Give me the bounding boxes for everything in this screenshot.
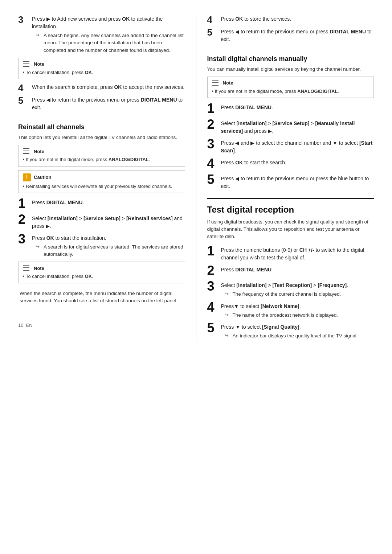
step-4-test-text: Press▼ to select [Network Name]. bbox=[221, 303, 374, 310]
step-1-reinstall: 1 Press DIGITAL MENU. bbox=[18, 197, 185, 210]
step-5-right-text: Press ◀ to return to the previous menu o… bbox=[221, 28, 374, 43]
step-2-test-text: Press DIGITAL MENU bbox=[221, 266, 374, 274]
note-lines-icon-1 bbox=[23, 61, 29, 67]
note-header-3: Note bbox=[23, 265, 180, 271]
step-2-digital-text: Select [Installation] > [Service Setup] … bbox=[221, 120, 374, 135]
note-line-2c bbox=[23, 153, 29, 154]
note-label-1: Note bbox=[34, 61, 44, 67]
note-line-1 bbox=[23, 61, 29, 62]
step-4-digital-content: Press OK to start the search. bbox=[221, 157, 374, 167]
step-4-test: 4 Press▼ to select [Network Name]. ↪ The… bbox=[207, 300, 374, 319]
step-3-sub: ↪ A search begins. Any new channels are … bbox=[32, 32, 185, 54]
note-line-2 bbox=[23, 63, 29, 64]
step-3-top-text: Press ▶ to Add new services and press OK… bbox=[32, 15, 185, 30]
step-4-top: 4 When the search is complete, press OK … bbox=[18, 83, 185, 93]
note-lines-icon-2 bbox=[23, 148, 29, 155]
step-5-top-text: Press ◀ to return to the previous menu o… bbox=[32, 96, 185, 111]
step-5-test-sub-text: An indicator bar displays the quality le… bbox=[233, 332, 374, 340]
caution-content-1: • Reinstalling services will overwrite a… bbox=[23, 183, 180, 190]
step-num-3-top: 3 bbox=[18, 15, 32, 25]
note-box-2: Note • If you are not in the digital mod… bbox=[18, 145, 185, 167]
note-content-1: • To cancel installation, press OK. bbox=[23, 69, 180, 76]
step-3-reinstall: 3 Press OK to start the installation. ↪ … bbox=[18, 232, 185, 258]
step-3-top: 3 Press ▶ to Add new services and press … bbox=[18, 15, 185, 54]
step-3-top-content: Press ▶ to Add new services and press OK… bbox=[32, 15, 185, 54]
step-4-test-content: Press▼ to select [Network Name]. ↪ The n… bbox=[221, 300, 374, 319]
note-para-4: When the search is complete, the menu in… bbox=[18, 287, 185, 312]
step-5-top: 5 Press ◀ to return to the previous menu… bbox=[18, 95, 185, 111]
step-3-test-sub: ↪ The frequency of the current channel i… bbox=[221, 291, 374, 298]
step-1-digital: 1 Press DIGITAL MENU. bbox=[207, 102, 374, 115]
step-num-5-right: 5 bbox=[207, 27, 221, 38]
step-2-digital: 2 Select [Installation] > [Service Setup… bbox=[207, 118, 374, 135]
step-3-sub-text: A search begins. Any new channels are ad… bbox=[44, 32, 185, 54]
arrow-icon-3t: ↪ bbox=[225, 291, 233, 298]
note-header-digital: Note bbox=[212, 80, 369, 86]
step-3-test-sub-text: The frequency of the current channel is … bbox=[233, 291, 374, 298]
note-line-2a bbox=[23, 148, 29, 149]
step-5-test-content: Press ▼ to select [Signal Quality]. ↪ An… bbox=[221, 321, 374, 340]
step-1-test-content: Press the numeric buttons (0-9) or CH +/… bbox=[221, 244, 374, 262]
step-3-ok: OK bbox=[122, 16, 130, 22]
left-column: 3 Press ▶ to Add new services and press … bbox=[18, 15, 196, 342]
page-lang-text: EN bbox=[26, 323, 33, 328]
install-digital-title: Install digital channels manually bbox=[207, 50, 374, 63]
step-1-test-text: Press the numeric buttons (0-9) or CH +/… bbox=[221, 246, 374, 262]
note-bullet-2: If you are not in the digital mode, pres… bbox=[26, 157, 109, 162]
note-after-digital: . bbox=[338, 89, 339, 94]
caution-label-1: Caution bbox=[34, 175, 51, 180]
note-content-3: • To cancel installation, press OK. bbox=[23, 273, 180, 280]
reinstall-desc: This option lets you reinstall all the d… bbox=[18, 134, 185, 141]
step-4-ok-right: OK bbox=[235, 16, 243, 22]
step-num-2-reinstall: 2 bbox=[18, 213, 32, 226]
step-num-4-test: 4 bbox=[207, 300, 221, 314]
step-3-reinstall-text: Press OK to start the installation. bbox=[32, 234, 185, 242]
note-box-digital: Note • If you are not in the digital mod… bbox=[207, 77, 374, 98]
step-2-digital-content: Select [Installation] > [Service Setup] … bbox=[221, 118, 374, 135]
step-2-test: 2 Press DIGITAL MENU bbox=[207, 264, 374, 278]
step-1-reinstall-content: Press DIGITAL MENU. bbox=[32, 197, 185, 206]
note-line-3b bbox=[23, 267, 29, 268]
step-4-digital: 4 Press OK to start the search. bbox=[207, 157, 374, 171]
step-5-test-text: Press ▼ to select [Signal Quality]. bbox=[221, 323, 374, 331]
note-after-2: . bbox=[149, 157, 150, 162]
step-1-digital-content: Press DIGITAL MENU. bbox=[221, 102, 374, 111]
step-4-right-text: Press OK to store the services. bbox=[221, 15, 374, 23]
step-5-right-content: Press ◀ to return to the previous menu o… bbox=[221, 27, 374, 43]
note-ok-1: OK bbox=[85, 70, 92, 75]
note-line-da bbox=[212, 80, 219, 81]
step-5-digital-text: Press ◀ to return to the previous menu o… bbox=[221, 175, 374, 190]
page-number: 10 EN bbox=[18, 323, 185, 328]
note-content-2: • If you are not in the digital mode, pr… bbox=[23, 156, 180, 163]
step-4-test-sub: ↪ The name of the broadcast network is d… bbox=[221, 312, 374, 319]
reinstall-section-title: Reinstall all channels bbox=[18, 118, 185, 131]
step-num-3-reinstall: 3 bbox=[18, 232, 32, 246]
step-num-5-test: 5 bbox=[207, 321, 221, 335]
note-label-digital: Note bbox=[223, 80, 233, 86]
note-para-4-text: When the search is complete, the menu in… bbox=[20, 290, 184, 305]
note-line-3c bbox=[23, 270, 29, 271]
step-num-3-digital: 3 bbox=[207, 137, 221, 151]
caution-box-1: ! Caution • Reinstalling services will o… bbox=[18, 170, 185, 193]
step-num-1-digital: 1 bbox=[207, 102, 221, 115]
step-5-digital-content: Press ◀ to return to the previous menu o… bbox=[221, 173, 374, 190]
note-bold-2: ANALOG/DIGITAL bbox=[109, 157, 149, 162]
step-5-right: 5 Press ◀ to return to the previous menu… bbox=[207, 27, 374, 43]
note-box-1: Note • To cancel installation, press OK. bbox=[18, 58, 185, 79]
step-4-test-sub-text: The name of the broadcast network is dis… bbox=[233, 312, 374, 319]
note-header-1: Note bbox=[23, 61, 180, 67]
step-1-digital-text: Press DIGITAL MENU. bbox=[221, 104, 374, 111]
note-line-2b bbox=[23, 151, 29, 151]
step-num-4-top: 4 bbox=[18, 83, 32, 93]
step-num-2-test: 2 bbox=[207, 264, 221, 278]
arrow-icon-5t: ↪ bbox=[225, 332, 233, 340]
step-3-test-content: Select [Installation] > [Test Reception]… bbox=[221, 279, 374, 298]
caution-icon-1: ! bbox=[23, 173, 31, 181]
step-3-test-text: Select [Installation] > [Test Reception]… bbox=[221, 282, 374, 289]
step-3-reinstall-content: Press OK to start the installation. ↪ A … bbox=[32, 232, 185, 258]
step-1-test: 1 Press the numeric buttons (0-9) or CH … bbox=[207, 244, 374, 262]
arrow-icon-3: ↪ bbox=[36, 32, 44, 54]
step-5-digital-menu: DIGITAL MENU bbox=[141, 97, 177, 103]
step-2-reinstall-text: Select [Installation] > [Service Setup] … bbox=[32, 215, 185, 230]
step-num-4-right: 4 bbox=[207, 15, 221, 25]
